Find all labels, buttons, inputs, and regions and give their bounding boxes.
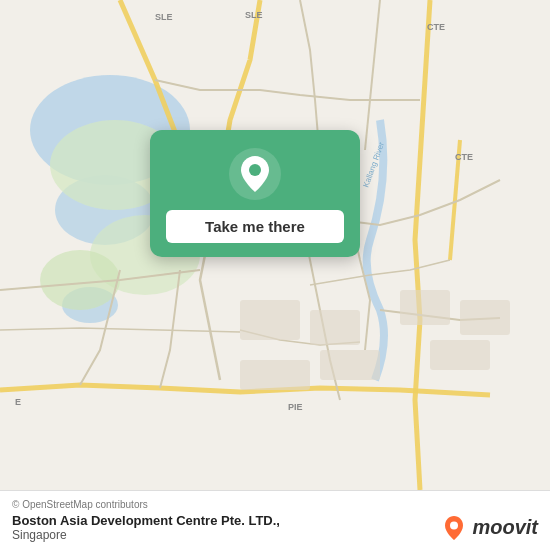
moovit-logo: moovit: [440, 514, 538, 542]
svg-text:CTE: CTE: [427, 22, 445, 32]
svg-text:SLE: SLE: [155, 12, 173, 22]
location-name: Boston Asia Development Centre Pte. LTD.…: [12, 513, 280, 528]
svg-rect-15: [310, 310, 360, 345]
bottom-bar: © OpenStreetMap contributors Boston Asia…: [0, 490, 550, 550]
map-attribution: © OpenStreetMap contributors: [12, 499, 538, 510]
svg-rect-16: [240, 360, 310, 390]
location-sub: Singapore: [12, 528, 280, 542]
svg-rect-20: [430, 340, 490, 370]
svg-rect-17: [320, 350, 380, 380]
popup-card: Take me there: [150, 130, 360, 257]
svg-text:E: E: [15, 397, 21, 407]
take-me-there-button[interactable]: Take me there: [166, 210, 344, 243]
app: SLE SLE CTE CTE PIE E Kallang River: [0, 0, 550, 550]
svg-rect-14: [240, 300, 300, 340]
map-container: SLE SLE CTE CTE PIE E Kallang River: [0, 0, 550, 490]
svg-text:CTE: CTE: [455, 152, 473, 162]
svg-point-23: [450, 521, 458, 529]
location-pin-icon: [229, 148, 281, 200]
svg-text:SLE: SLE: [245, 10, 263, 20]
svg-rect-18: [400, 290, 450, 325]
svg-rect-19: [460, 300, 510, 335]
svg-point-22: [249, 164, 261, 176]
bottom-row: Boston Asia Development Centre Pte. LTD.…: [12, 513, 538, 542]
location-info: Boston Asia Development Centre Pte. LTD.…: [12, 513, 280, 542]
moovit-text: moovit: [472, 516, 538, 539]
svg-text:PIE: PIE: [288, 402, 303, 412]
moovit-icon: [440, 514, 468, 542]
